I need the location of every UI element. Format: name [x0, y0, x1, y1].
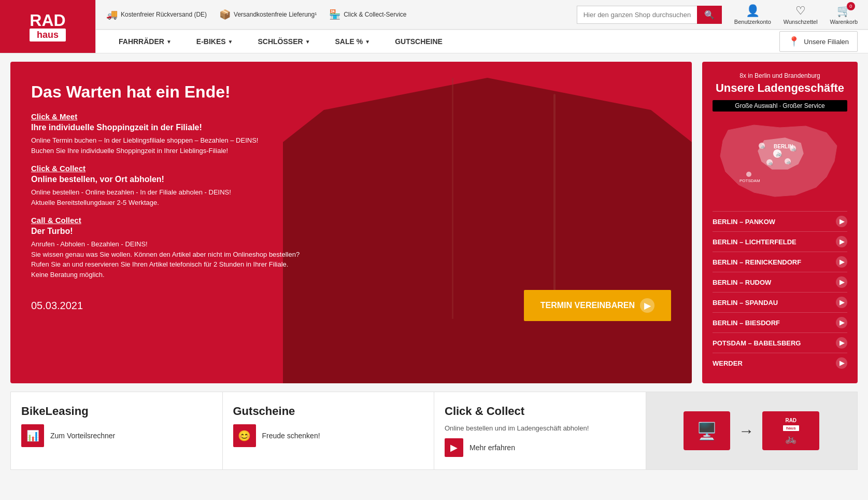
online-shop-icon: 🖥️ — [684, 411, 730, 450]
click-collect-link[interactable]: Mehr erfahren — [469, 443, 515, 452]
store-arrow-icon: ▶ — [836, 337, 847, 349]
chevron-down-icon: ▼ — [166, 39, 172, 45]
search-button[interactable]: 🔍 — [697, 6, 722, 24]
account-action[interactable]: 👤 Benutzerkonto — [734, 4, 771, 25]
click-meet-subheading: Ihre individuelle Shoppingzeit in der Fi… — [31, 123, 352, 132]
store-list: BERLIN – PANKOW ▶ BERLIN – LICHTERFELDE … — [713, 211, 847, 373]
feature-click-collect: 🏪 Click & Collect-Service — [329, 9, 406, 20]
store-item-rudow[interactable]: BERLIN – RUDOW ▶ — [713, 272, 847, 292]
search-input[interactable] — [577, 6, 697, 24]
bikeleasing-title: BikeLeasing — [21, 405, 212, 418]
bikeleasing-link[interactable]: Zum Vorteilsrechner — [50, 432, 115, 440]
heart-icon: ♡ — [795, 4, 806, 18]
arrow-illustration: → — [738, 422, 754, 440]
call-collect-subheading: Der Turbo! — [31, 227, 352, 236]
site-logo[interactable]: RAD haus — [30, 12, 65, 41]
call-collect-text: Anrufen - Abholen - Bezahlen - DEINS! Si… — [31, 239, 352, 280]
click-meet-heading[interactable]: Click & Meet — [31, 112, 352, 121]
svg-point-13 — [746, 172, 751, 177]
store-item-pankow[interactable]: BERLIN – PANKOW ▶ — [713, 211, 847, 231]
store-icon: 🏪 — [329, 9, 340, 20]
delivery-icon: 📦 — [219, 9, 231, 20]
logo-area[interactable]: RAD haus — [0, 0, 96, 53]
click-meet-section: Click & Meet Ihre individuelle Shoppingz… — [31, 112, 352, 156]
call-collect-section: Call & Collect Der Turbo! Anrufen - Abho… — [31, 216, 352, 280]
hero-title: Das Warten hat ein Ende! — [31, 82, 352, 102]
gutscheine-title: Gutscheine — [233, 405, 424, 418]
card-bikeleasing: BikeLeasing 📊 Zum Vorteilsrechner — [10, 392, 222, 470]
card-click-collect: Click & Collect Online bestellen und im … — [434, 392, 646, 470]
bikeleasing-icon-box: 📊 — [21, 424, 44, 447]
termin-vereinbaren-button[interactable]: TERMIN VEREINBAREN ▶ — [524, 290, 671, 321]
store-item-lichterfelde[interactable]: BERLIN – LICHTERFELDE ▶ — [713, 231, 847, 252]
svg-text:POTSDAM: POTSDAM — [739, 178, 760, 183]
call-collect-heading[interactable]: Call & Collect — [31, 216, 352, 225]
arrow-right-icon: ▶ — [640, 298, 654, 313]
hero-banner: Das Warten hat ein Ende! Click & Meet Ih… — [10, 62, 692, 383]
sidebar-title: Unsere Ladengeschäfte — [713, 81, 847, 95]
smile-icon: 😊 — [238, 429, 251, 442]
nav-gutscheine[interactable]: GUTSCHEINE — [382, 30, 455, 53]
wishlist-action[interactable]: ♡ Wunschzettel — [784, 4, 818, 25]
svg-text:BERLIN: BERLIN — [774, 144, 793, 149]
filialen-button[interactable]: 📍 Unsere Filialen — [779, 31, 858, 52]
store-item-spandau[interactable]: BERLIN – SPANDAU ▶ — [713, 292, 847, 312]
truck-icon: 🚚 — [106, 9, 118, 20]
berlin-map: 🚲 🚲 🚲 🚲 🚲 BERLIN POTSDAM — [713, 120, 847, 203]
search-area: 🔍 — [577, 6, 722, 24]
store-item-werder[interactable]: WERDER ▶ — [713, 353, 847, 373]
store-item-babelsberg[interactable]: POTSDAM – BABELSBERG ▶ — [713, 332, 847, 353]
chevron-down-icon: ▼ — [365, 39, 370, 45]
store-arrow-icon: ▶ — [836, 297, 847, 308]
click-collect-illustration: 🖥️ → RAD haus 🚲 — [684, 411, 819, 450]
chevron-down-icon: ▼ — [228, 39, 233, 45]
svg-text:🚲: 🚲 — [768, 160, 773, 165]
nav-fahrräder[interactable]: FAHRRÄDER ▼ — [106, 30, 184, 53]
click-collect-text: Online bestellen - Online bezahlen - In … — [31, 187, 352, 207]
click-collect-card-desc: Online bestellen und im Ladengeschäft ab… — [445, 424, 635, 432]
sidebar-subtitle: 8x in Berlin und Brandenburg — [713, 72, 847, 79]
gutscheine-icon-box: 😊 — [233, 424, 256, 447]
feature-return: 🚚 Kostenfreier Rückversand (DE) — [106, 9, 207, 20]
store-arrow-icon: ▶ — [836, 236, 847, 247]
card-illustration: 🖥️ → RAD haus 🚲 — [646, 392, 858, 470]
click-collect-section: Click & Collect Online bestellen, vor Or… — [31, 164, 352, 207]
nav-sale[interactable]: SALE % ▼ — [323, 30, 383, 53]
nav-e-bikes[interactable]: E-BIKES ▼ — [184, 30, 246, 53]
store-item-reinickendorf[interactable]: BERLIN – REINICKENDORF ▶ — [713, 252, 847, 272]
click-collect-subheading: Online bestellen, vor Ort abholen! — [31, 175, 352, 184]
click-collect-card-title: Click & Collect — [445, 405, 635, 418]
cart-action[interactable]: 🛒 0 Warenkorb — [830, 4, 858, 25]
click-collect-arrow-icon-box: ▶ — [445, 438, 463, 457]
store-arrow-icon: ▶ — [836, 256, 847, 268]
sidebar-badge: Große Auswahl · Großer Service — [713, 100, 847, 112]
svg-text:🚲: 🚲 — [786, 159, 791, 164]
cart-badge: 0 — [847, 2, 855, 10]
store-arrow-icon: ▶ — [836, 276, 847, 288]
click-collect-heading[interactable]: Click & Collect — [31, 164, 352, 173]
location-icon: 📍 — [788, 36, 800, 47]
logo-subtitle: haus — [30, 29, 65, 41]
arrow-right-icon: ▶ — [450, 442, 458, 453]
store-arrow-icon: ▶ — [836, 317, 847, 328]
calculator-icon: 📊 — [26, 429, 39, 442]
store-arrow-icon: ▶ — [836, 216, 847, 227]
chevron-down-icon: ▼ — [305, 39, 310, 45]
nav-schlösser[interactable]: SCHLÖSSER ▼ — [246, 30, 323, 53]
card-gutscheine: Gutscheine 😊 Freude schenken! — [222, 392, 434, 470]
store-arrow-icon: ▶ — [836, 357, 847, 369]
svg-text:🚲: 🚲 — [776, 150, 782, 157]
hero-date: 05.03.2021 — [31, 300, 83, 312]
store-illustration: RAD haus 🚲 — [762, 411, 819, 450]
svg-text:🚲: 🚲 — [760, 144, 765, 149]
sidebar-stores: 8x in Berlin und Brandenburg Unsere Lade… — [702, 62, 858, 383]
bottom-cards: BikeLeasing 📊 Zum Vorteilsrechner Gutsch… — [0, 392, 868, 480]
gutscheine-link[interactable]: Freude schenken! — [262, 432, 320, 440]
feature-delivery: 📦 Versandkostenfreie Lieferung¹ — [219, 9, 317, 20]
account-icon: 👤 — [746, 4, 760, 18]
store-item-biesdorf[interactable]: BERLIN – BIESDORF ▶ — [713, 312, 847, 332]
click-meet-text: Online Termin buchen – In der Lieblingsf… — [31, 135, 352, 156]
